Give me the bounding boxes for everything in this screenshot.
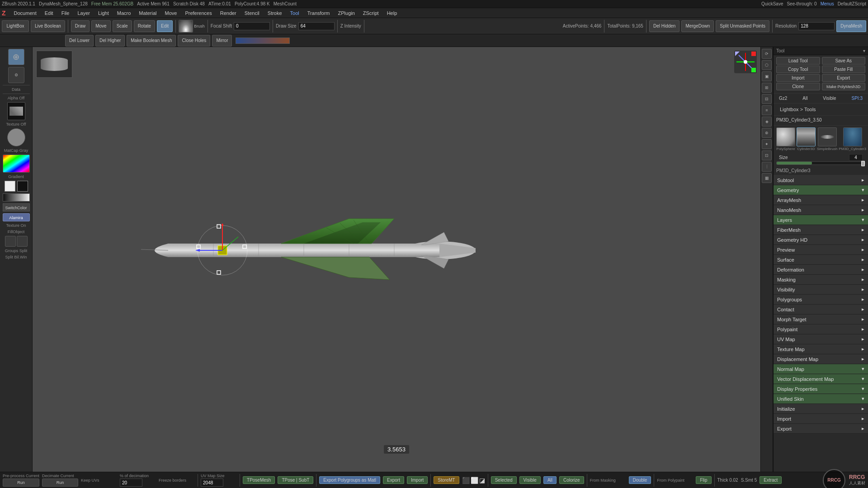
visibility-section[interactable]: Visibility▸ [774,285,868,295]
3d-model-area[interactable]: ⚙ ✦ ◎ ⌂ 🔒 − [33,47,760,472]
del-hidden-btn[interactable]: Del Hidden [649,20,679,32]
make-polymesh-btn[interactable]: Make PolyMesh3D [822,83,866,90]
rotate-btn[interactable]: Rotate [134,20,155,32]
split-unmasked-btn[interactable]: Split Unmasked Points [716,20,769,32]
mini-btn-8[interactable]: ⊕ [762,128,772,138]
transform-gizmo[interactable]: ⚙ ✦ ◎ ⌂ 🔒 − [195,223,250,277]
edit-btn[interactable]: Edit [157,20,173,32]
mini-btn-1[interactable]: ⟳ [762,49,772,59]
canvas-area[interactable]: RRCG 人人素材 RRCG 人人素材 人人素材 RRCG 人人素材 RRCG … [33,47,760,472]
tool-item-cylinder[interactable]: Cylinder3D [797,127,816,151]
decimate-btn[interactable]: Run [42,479,78,487]
tool-item-simplebrush[interactable]: SimpleBrush [817,127,837,151]
menu-document[interactable]: Document [10,9,40,17]
mini-btn-9[interactable]: ✦ [762,139,772,149]
tool-icon-2[interactable] [17,236,28,247]
paste-fill-btn[interactable]: Paste Fill [822,66,866,73]
merge-down-btn[interactable]: MergeDown [681,20,714,32]
lightbox-btn[interactable]: LightBox [2,20,29,32]
menu-stencil[interactable]: Stencil [241,9,263,17]
black-swatch[interactable] [17,181,28,192]
quicksave[interactable]: QuickSave [761,1,783,6]
scale-btn[interactable]: Scale [113,20,132,32]
close-holes-btn[interactable]: Close Holes [178,35,210,47]
mini-btn-2[interactable]: ⬡ [762,60,772,70]
fibermesh-section[interactable]: FiberMesh▸ [774,225,868,235]
cylinder-thumb[interactable] [797,127,816,146]
export-bb-btn[interactable]: Export [383,476,404,484]
menu-tool[interactable]: Tool [287,9,303,17]
mirror-btn[interactable]: Mirror [212,35,232,47]
menu-transform[interactable]: Transform [304,9,334,17]
tool-icon-1[interactable] [5,236,16,247]
uv-map-input[interactable]: 2048 [201,479,223,487]
menu-preferences[interactable]: Preferences [181,9,215,17]
switch-color-btn[interactable]: SwitchColor [3,203,30,211]
menu-stroke[interactable]: Stroke [264,9,286,17]
mini-btn-6[interactable]: ≡ [762,105,772,115]
display-properties-section[interactable]: Display Properties▾ [774,384,868,394]
menu-move[interactable]: Move [161,9,180,17]
menu-material[interactable]: Material [135,9,160,17]
mini-btn-11[interactable]: ⋮ [762,162,772,172]
export-btn[interactable]: Export [822,74,866,82]
settings-icon[interactable]: ⚙ [8,67,24,83]
draw-btn[interactable]: Draw [71,20,90,32]
menu-file[interactable]: File [58,9,73,17]
menus-btn[interactable]: Menus [821,1,834,6]
import-section[interactable]: Import▸ [774,414,868,424]
draw-size-value[interactable]: 64 [298,22,335,30]
make-boolean-btn[interactable]: Make Boolean Mesh [127,35,176,47]
geometry-section[interactable]: Geometry▾ [774,185,868,195]
resolution-value[interactable]: 128 [798,22,835,30]
nanomesh-section[interactable]: NanoMesh▸ [774,205,868,215]
flip-btn[interactable]: Flip [696,476,711,484]
extract-btn[interactable]: Extract [760,476,782,484]
uv-map-section[interactable]: UV Map▸ [774,334,868,344]
texture-preview[interactable] [7,128,25,146]
tool-slider[interactable]: Size 4 [774,153,868,166]
alamira-btn[interactable]: Alamira [3,213,30,221]
mini-btn-12[interactable]: ▦ [762,173,772,183]
menu-zscript[interactable]: ZScript [359,9,382,17]
double-btn[interactable]: Double [629,476,651,484]
move-btn[interactable]: Move [91,20,110,32]
normal-map-section[interactable]: Normal Map▾ [774,364,868,374]
initialize-section[interactable]: Initialize▸ [774,404,868,414]
menu-help[interactable]: Help [383,9,401,17]
white-swatch[interactable] [5,181,15,192]
layers-section[interactable]: Layers▾ [774,215,868,225]
mini-btn-3[interactable]: ▣ [762,71,772,81]
menu-render[interactable]: Render [217,9,240,17]
vector-displacement-section[interactable]: Vector Displacement Map▾ [774,374,868,384]
mini-btn-4[interactable]: ⊞ [762,83,772,93]
copy-tool-btn[interactable]: Copy Tool [776,66,820,73]
morph-target-section[interactable]: Morph Target▸ [774,314,868,324]
tpose-btn[interactable]: TPose | SubT [278,476,313,484]
tool-item-polysphere[interactable]: PolySphere [776,127,795,151]
contact-section[interactable]: Contact▸ [774,305,868,314]
menu-zplugin[interactable]: ZPlugin [335,9,359,17]
export-section-btn[interactable]: Export▸ [774,424,868,434]
selected-btn[interactable]: Selected [491,476,517,484]
import-bb-btn[interactable]: Import [407,476,428,484]
mini-btn-10[interactable]: ⊡ [762,150,772,160]
alpha-preview[interactable] [7,102,25,120]
lightbox-tools-btn[interactable]: Lightbox > Tools [776,105,865,113]
load-tool-btn[interactable]: Load Tool [776,57,820,65]
displacement-map-section[interactable]: Displacement Map▸ [774,354,868,364]
mini-btn-5[interactable]: ⊟ [762,94,772,104]
del-lower-btn[interactable]: Del Lower [65,35,94,47]
subtool-section[interactable]: Subtool▸ [774,175,868,185]
polypaint-section[interactable]: Polypaint▸ [774,324,868,334]
preprocess-btn[interactable]: Run [3,479,39,487]
polygroups-section[interactable]: Polygroups▸ [774,295,868,305]
menu-light[interactable]: Light [94,9,113,17]
visible-btn[interactable]: Visible [519,476,541,484]
focal-shift-value[interactable]: 0 [234,22,270,30]
import-btn[interactable]: Import [776,74,820,82]
clone-btn[interactable]: Clone [776,83,820,90]
texture-map-section[interactable]: Texture Map▸ [774,344,868,354]
masking-section[interactable]: Masking▸ [774,275,868,285]
dynamesh-btn[interactable]: DynaMesh [836,20,866,32]
